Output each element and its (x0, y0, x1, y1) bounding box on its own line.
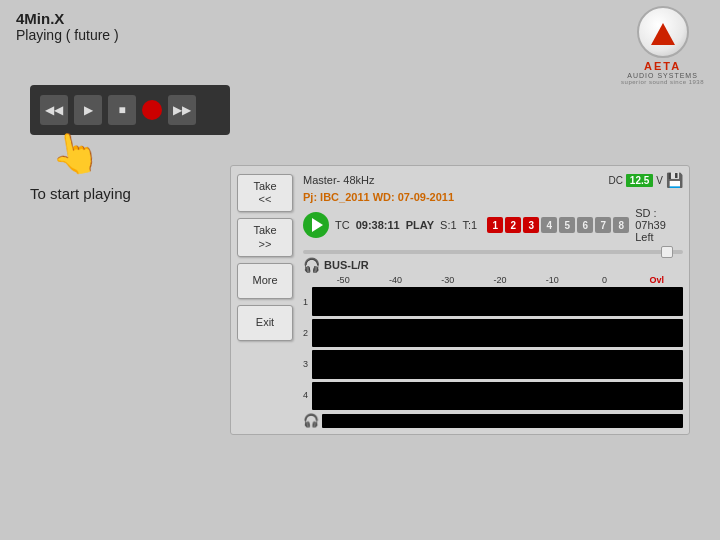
vu-bar-ch4 (312, 382, 683, 411)
info-bar: Master- 48kHz DC 12.5 V 💾 (303, 172, 683, 188)
bus-row: 🎧 BUS-L/R (303, 257, 683, 273)
badge-2: 2 (505, 217, 521, 233)
badges-row: 1 2 3 4 5 6 7 8 (487, 217, 629, 233)
vu-scale-minus10: -10 (526, 275, 578, 285)
ch-label-2: 2 (303, 328, 308, 338)
project-label: Pj: IBC_2011 WD: 07-09-2011 (303, 191, 683, 203)
play-button[interactable]: ▶ (74, 95, 102, 125)
ch-label-1: 1 (303, 297, 308, 307)
header: 4Min.X Playing ( future ) AETA AUDIO SYS… (0, 0, 720, 91)
vu-area: -50 -40 -30 -20 -10 0 Ovl 1 2 3 4 (303, 275, 683, 428)
dc-value: 12.5 (626, 174, 653, 187)
master-label: Master- 48kHz (303, 174, 375, 186)
more-button[interactable]: More (237, 263, 293, 299)
take-prev-button[interactable]: Take<< (237, 174, 293, 212)
logo-since-text: superior sound since 1938 (621, 79, 704, 85)
slider-row (303, 250, 683, 254)
tc-time: 09:38:11 (356, 219, 400, 231)
bottom-headphone-icon: 🎧 (303, 413, 319, 428)
take-next-button[interactable]: Take>> (237, 218, 293, 256)
tc-label: TC (335, 219, 350, 231)
vu-bar-ch1 (312, 287, 683, 316)
vu-bar-ch2 (312, 319, 683, 348)
badge-4: 4 (541, 217, 557, 233)
vu-scale-minus40: -40 (369, 275, 421, 285)
rewind-button[interactable]: ◀◀ (40, 95, 68, 125)
sd-info: SD : 07h39 Left (635, 207, 683, 243)
vu-scale-zero: 0 (578, 275, 630, 285)
device-panel: Take<< Take>> More Exit Master- 48kHz DC… (230, 165, 690, 435)
tc-row: TC 09:38:11 PLAY S:1 T:1 1 2 3 4 5 6 7 8… (303, 207, 683, 243)
bus-label: BUS-L/R (324, 259, 369, 271)
vu-scale-ovl: Ovl (631, 275, 683, 285)
vu-scale-minus20: -20 (474, 275, 526, 285)
app-subtitle: Playing ( future ) (16, 27, 119, 43)
stop-button[interactable]: ■ (108, 95, 136, 125)
badge-1: 1 (487, 217, 503, 233)
transport-bar: ◀◀ ▶ ■ ▶▶ (30, 85, 230, 135)
headphone-icon: 🎧 (303, 257, 320, 273)
badge-7: 7 (595, 217, 611, 233)
logo-aeta-text: AETA (644, 60, 681, 72)
transport-area: ◀◀ ▶ ■ ▶▶ (30, 85, 230, 135)
vu-scale: -50 -40 -30 -20 -10 0 Ovl (303, 275, 683, 285)
logo-triangle-icon (651, 23, 675, 45)
vu-scale-minus50: -50 (317, 275, 369, 285)
title-block: 4Min.X Playing ( future ) (16, 10, 119, 43)
badge-3: 3 (523, 217, 539, 233)
s-label: S:1 (440, 219, 457, 231)
t-label: T:1 (463, 219, 478, 231)
disk-icon: 💾 (666, 172, 683, 188)
slider-track[interactable] (303, 250, 683, 254)
ch-label-3: 3 (303, 359, 308, 369)
logo-audio-text: AUDIO SYSTEMS (627, 72, 698, 79)
dc-label: DC (608, 175, 622, 186)
forward-button[interactable]: ▶▶ (168, 95, 196, 125)
app-title: 4Min.X (16, 10, 119, 27)
vu-bars (312, 287, 683, 410)
play-circle-button[interactable] (303, 212, 329, 238)
exit-button[interactable]: Exit (237, 305, 293, 341)
right-content: Master- 48kHz DC 12.5 V 💾 Pj: IBC_2011 W… (299, 166, 689, 434)
badge-8: 8 (613, 217, 629, 233)
vu-channel-labels: 1 2 3 4 (303, 287, 308, 410)
dc-status: DC 12.5 V 💾 (608, 172, 683, 188)
badge-5: 5 (559, 217, 575, 233)
hand-pointer-icon: 👆 (46, 126, 103, 181)
left-buttons-column: Take<< Take>> More Exit (231, 166, 299, 434)
dc-unit: V (656, 175, 663, 186)
vu-scale-minus30: -30 (422, 275, 474, 285)
ch-label-4: 4 (303, 390, 308, 400)
vu-bar-bottom (322, 414, 683, 428)
vu-bar-ch3 (312, 350, 683, 379)
play-label: PLAY (406, 219, 434, 231)
badge-6: 6 (577, 217, 593, 233)
record-button[interactable] (142, 100, 162, 120)
play-triangle-icon (312, 218, 323, 232)
slider-thumb[interactable] (661, 246, 673, 258)
instruction-label: To start playing (30, 185, 131, 202)
logo-area: AETA AUDIO SYSTEMS superior sound since … (621, 6, 704, 85)
aeta-logo (637, 6, 689, 58)
